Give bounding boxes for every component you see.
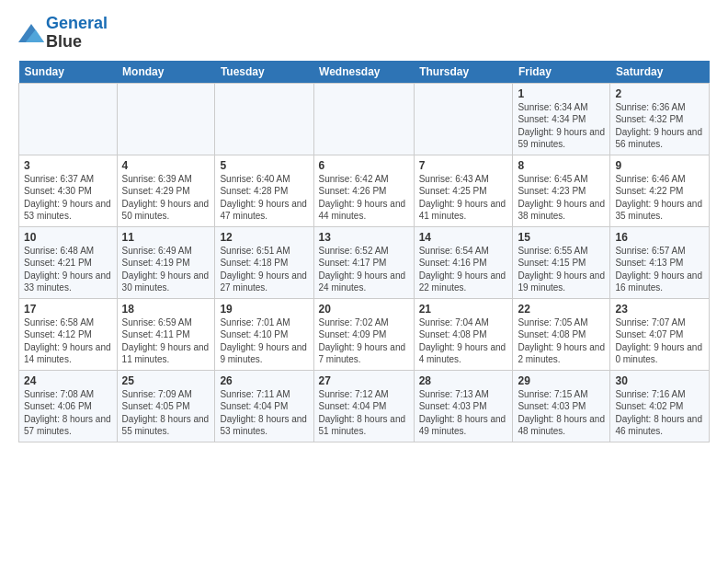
day-number: 1 [518, 87, 605, 100]
day-detail: Sunrise: 7:12 AM Sunset: 4:04 PM Dayligh… [319, 388, 409, 438]
day-number: 13 [319, 231, 409, 244]
day-number: 29 [518, 374, 605, 387]
day-number: 11 [122, 231, 210, 244]
day-number: 27 [319, 374, 409, 387]
calendar-cell: 21Sunrise: 7:04 AM Sunset: 4:08 PM Dayli… [414, 298, 513, 370]
calendar-cell: 27Sunrise: 7:12 AM Sunset: 4:04 PM Dayli… [313, 370, 414, 442]
day-detail: Sunrise: 6:48 AM Sunset: 4:21 PM Dayligh… [24, 245, 112, 294]
day-detail: Sunrise: 7:05 AM Sunset: 4:08 PM Dayligh… [518, 316, 605, 366]
day-number: 4 [122, 159, 210, 172]
day-number: 19 [220, 303, 308, 316]
col-header-friday: Friday [513, 61, 610, 84]
calendar-cell: 2Sunrise: 6:36 AM Sunset: 4:32 PM Daylig… [610, 83, 710, 155]
page: General Blue SundayMondayTuesdayWednesda… [0, 0, 728, 452]
day-number: 20 [319, 303, 409, 316]
day-number: 22 [518, 303, 605, 316]
col-header-wednesday: Wednesday [313, 61, 414, 84]
day-detail: Sunrise: 6:36 AM Sunset: 4:32 PM Dayligh… [615, 101, 704, 151]
day-detail: Sunrise: 6:51 AM Sunset: 4:18 PM Dayligh… [220, 245, 308, 294]
day-number: 2 [615, 87, 704, 100]
day-detail: Sunrise: 7:01 AM Sunset: 4:10 PM Dayligh… [220, 316, 308, 366]
day-number: 23 [615, 303, 704, 316]
week-row-4: 17Sunrise: 6:58 AM Sunset: 4:12 PM Dayli… [19, 298, 710, 370]
calendar-cell: 29Sunrise: 7:15 AM Sunset: 4:03 PM Dayli… [513, 370, 610, 442]
day-detail: Sunrise: 6:57 AM Sunset: 4:13 PM Dayligh… [615, 245, 704, 294]
day-detail: Sunrise: 6:46 AM Sunset: 4:22 PM Dayligh… [615, 173, 704, 223]
day-number: 25 [122, 374, 210, 387]
calendar-cell [215, 83, 313, 155]
calendar-cell: 3Sunrise: 6:37 AM Sunset: 4:30 PM Daylig… [19, 155, 118, 226]
calendar-cell: 24Sunrise: 7:08 AM Sunset: 4:06 PM Dayli… [19, 370, 118, 442]
day-detail: Sunrise: 6:42 AM Sunset: 4:26 PM Dayligh… [319, 173, 409, 223]
day-detail: Sunrise: 7:02 AM Sunset: 4:09 PM Dayligh… [319, 316, 409, 366]
calendar-cell: 25Sunrise: 7:09 AM Sunset: 4:05 PM Dayli… [117, 370, 215, 442]
calendar-cell: 10Sunrise: 6:48 AM Sunset: 4:21 PM Dayli… [19, 226, 118, 298]
day-detail: Sunrise: 6:43 AM Sunset: 4:25 PM Dayligh… [419, 173, 508, 223]
calendar-cell: 14Sunrise: 6:54 AM Sunset: 4:16 PM Dayli… [414, 226, 513, 298]
calendar-cell [313, 83, 414, 155]
calendar-cell: 15Sunrise: 6:55 AM Sunset: 4:15 PM Dayli… [513, 226, 610, 298]
day-number: 9 [615, 159, 704, 172]
calendar-cell: 7Sunrise: 6:43 AM Sunset: 4:25 PM Daylig… [414, 155, 513, 226]
logo-text: General Blue [46, 15, 108, 52]
day-detail: Sunrise: 6:52 AM Sunset: 4:17 PM Dayligh… [319, 245, 409, 294]
day-detail: Sunrise: 6:59 AM Sunset: 4:11 PM Dayligh… [122, 316, 210, 366]
day-detail: Sunrise: 6:34 AM Sunset: 4:34 PM Dayligh… [518, 101, 605, 151]
col-header-tuesday: Tuesday [215, 61, 313, 84]
day-detail: Sunrise: 7:09 AM Sunset: 4:05 PM Dayligh… [122, 388, 210, 438]
calendar-cell: 18Sunrise: 6:59 AM Sunset: 4:11 PM Dayli… [117, 298, 215, 370]
day-number: 12 [220, 231, 308, 244]
day-number: 16 [615, 231, 704, 244]
logo-icon [18, 22, 44, 44]
calendar-cell: 13Sunrise: 6:52 AM Sunset: 4:17 PM Dayli… [313, 226, 414, 298]
calendar-cell: 28Sunrise: 7:13 AM Sunset: 4:03 PM Dayli… [414, 370, 513, 442]
day-detail: Sunrise: 6:37 AM Sunset: 4:30 PM Dayligh… [24, 173, 112, 223]
calendar-cell: 12Sunrise: 6:51 AM Sunset: 4:18 PM Dayli… [215, 226, 313, 298]
calendar-cell: 23Sunrise: 7:07 AM Sunset: 4:07 PM Dayli… [610, 298, 710, 370]
day-number: 14 [419, 231, 508, 244]
day-number: 26 [220, 374, 308, 387]
col-header-sunday: Sunday [19, 61, 118, 84]
day-number: 21 [419, 303, 508, 316]
day-number: 15 [518, 231, 605, 244]
calendar-cell: 19Sunrise: 7:01 AM Sunset: 4:10 PM Dayli… [215, 298, 313, 370]
day-detail: Sunrise: 6:54 AM Sunset: 4:16 PM Dayligh… [419, 245, 508, 294]
header-row: SundayMondayTuesdayWednesdayThursdayFrid… [19, 61, 710, 84]
calendar-cell: 8Sunrise: 6:45 AM Sunset: 4:23 PM Daylig… [513, 155, 610, 226]
calendar-cell: 6Sunrise: 6:42 AM Sunset: 4:26 PM Daylig… [313, 155, 414, 226]
col-header-saturday: Saturday [610, 61, 710, 84]
calendar-cell [19, 83, 118, 155]
day-number: 24 [24, 374, 112, 387]
day-detail: Sunrise: 7:15 AM Sunset: 4:03 PM Dayligh… [518, 388, 605, 438]
week-row-2: 3Sunrise: 6:37 AM Sunset: 4:30 PM Daylig… [19, 155, 710, 226]
calendar-cell: 26Sunrise: 7:11 AM Sunset: 4:04 PM Dayli… [215, 370, 313, 442]
calendar-cell: 16Sunrise: 6:57 AM Sunset: 4:13 PM Dayli… [610, 226, 710, 298]
day-detail: Sunrise: 6:39 AM Sunset: 4:29 PM Dayligh… [122, 173, 210, 223]
calendar-cell: 1Sunrise: 6:34 AM Sunset: 4:34 PM Daylig… [513, 83, 610, 155]
week-row-3: 10Sunrise: 6:48 AM Sunset: 4:21 PM Dayli… [19, 226, 710, 298]
day-detail: Sunrise: 7:16 AM Sunset: 4:02 PM Dayligh… [615, 388, 704, 438]
day-detail: Sunrise: 6:40 AM Sunset: 4:28 PM Dayligh… [220, 173, 308, 223]
calendar-cell: 22Sunrise: 7:05 AM Sunset: 4:08 PM Dayli… [513, 298, 610, 370]
day-number: 7 [419, 159, 508, 172]
day-detail: Sunrise: 7:07 AM Sunset: 4:07 PM Dayligh… [615, 316, 704, 366]
day-number: 28 [419, 374, 508, 387]
day-detail: Sunrise: 6:45 AM Sunset: 4:23 PM Dayligh… [518, 173, 605, 223]
day-number: 5 [220, 159, 308, 172]
day-number: 8 [518, 159, 605, 172]
day-number: 18 [122, 303, 210, 316]
calendar-cell: 30Sunrise: 7:16 AM Sunset: 4:02 PM Dayli… [610, 370, 710, 442]
calendar-cell: 4Sunrise: 6:39 AM Sunset: 4:29 PM Daylig… [117, 155, 215, 226]
day-detail: Sunrise: 7:08 AM Sunset: 4:06 PM Dayligh… [24, 388, 112, 438]
week-row-5: 24Sunrise: 7:08 AM Sunset: 4:06 PM Dayli… [19, 370, 710, 442]
day-number: 30 [615, 374, 704, 387]
calendar-table: SundayMondayTuesdayWednesdayThursdayFrid… [18, 61, 710, 442]
day-detail: Sunrise: 6:49 AM Sunset: 4:19 PM Dayligh… [122, 245, 210, 294]
calendar-cell: 5Sunrise: 6:40 AM Sunset: 4:28 PM Daylig… [215, 155, 313, 226]
day-number: 17 [24, 303, 112, 316]
day-number: 10 [24, 231, 112, 244]
col-header-thursday: Thursday [414, 61, 513, 84]
day-number: 6 [319, 159, 409, 172]
logo: General Blue [18, 15, 108, 52]
calendar-cell: 17Sunrise: 6:58 AM Sunset: 4:12 PM Dayli… [19, 298, 118, 370]
